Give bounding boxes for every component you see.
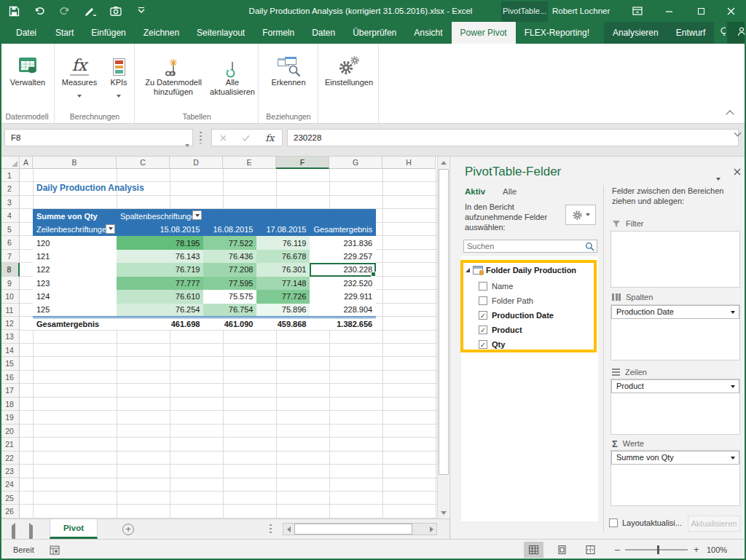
ink-mode-icon[interactable]	[84, 4, 97, 17]
insert-function-icon[interactable]: fx	[265, 133, 274, 143]
unchecked-checkbox[interactable]	[479, 282, 487, 291]
col-header-h[interactable]: H	[382, 157, 436, 169]
pivot-value-cell[interactable]: 76.436	[203, 250, 256, 263]
select-all-corner[interactable]	[0, 157, 20, 169]
sheet-nav-right-icon[interactable]	[29, 526, 33, 539]
grand-total-cell[interactable]: Gesamtergebnis	[33, 317, 117, 330]
pane-close-icon[interactable]	[731, 167, 743, 178]
pivot-value-cell[interactable]: 76.119	[256, 236, 310, 249]
zoom-slider[interactable]	[625, 549, 688, 551]
tab-analysieren[interactable]: Analysieren	[604, 22, 667, 44]
share-button[interactable]: Freigeben	[727, 22, 746, 44]
pivot-value-cell[interactable]: 77.595	[203, 277, 256, 290]
sheet-nav-left-icon[interactable]	[12, 526, 15, 539]
row-header-13[interactable]: 13	[0, 330, 20, 343]
pivot-total-cell[interactable]: 232.520	[310, 277, 376, 290]
row-header-8[interactable]: 8	[0, 263, 20, 276]
row-header-25[interactable]: 25	[0, 492, 20, 505]
zoom-percentage[interactable]: 100%	[707, 540, 727, 560]
tell-me-box[interactable]: Sie wünsch	[714, 22, 726, 44]
column-filter-dropdown-icon[interactable]	[192, 210, 202, 220]
verwalten-button[interactable]: Verwalten	[6, 48, 50, 87]
checked-checkbox[interactable]: ✓	[479, 340, 487, 349]
tab-entwurf[interactable]: Entwurf	[667, 22, 715, 44]
undo-icon[interactable]	[33, 4, 46, 17]
tab-daten[interactable]: Daten	[303, 22, 344, 44]
row-header-21[interactable]: 21	[0, 438, 20, 451]
filter-drop-zone[interactable]	[610, 231, 740, 288]
rows-drop-zone[interactable]: Product	[610, 379, 740, 435]
tab-einfuegen[interactable]: Einfügen	[82, 22, 134, 44]
add-to-data-model-button[interactable]: Zu Datenmodell hinzufügen	[140, 48, 207, 97]
defer-layout-checkbox[interactable]	[609, 518, 618, 527]
col-header-e[interactable]: E	[223, 157, 276, 169]
enter-icon[interactable]	[242, 131, 250, 144]
pivot-column-label-cell[interactable]: Spaltenbeschriftungen	[117, 209, 203, 222]
checked-checkbox[interactable]: ✓	[479, 311, 487, 320]
redo-icon[interactable]	[58, 4, 71, 17]
pivot-value-cell[interactable]: 76.719	[117, 263, 203, 276]
row-header-4[interactable]: 4	[0, 209, 20, 222]
scroll-down-icon[interactable]	[438, 507, 449, 518]
pivot-corner-cell[interactable]: Summe von Qty	[33, 209, 117, 222]
zoom-slider-thumb[interactable]	[657, 545, 659, 554]
grand-total-cell[interactable]: 461.090	[203, 317, 256, 330]
add-sheet-icon[interactable]: +	[122, 524, 134, 535]
pivot-row-label[interactable]: 121	[33, 250, 117, 263]
tab-power-pivot[interactable]: Power Pivot	[452, 22, 516, 44]
row-header-16[interactable]: 16	[0, 371, 20, 384]
pivot-value-cell[interactable]: 76.301	[256, 263, 310, 276]
row-header-26[interactable]: 26	[0, 505, 20, 518]
tab-scroll-splitter[interactable]	[270, 524, 272, 535]
row-header-2[interactable]: 2	[0, 182, 20, 195]
chip-dropdown-icon[interactable]	[731, 311, 735, 314]
expand-triangle-icon[interactable]	[466, 268, 470, 272]
col-header-d[interactable]: D	[170, 157, 223, 169]
report-title-cell[interactable]: Daily Production Analysis	[36, 183, 144, 196]
name-box-dropdown-icon[interactable]	[185, 136, 189, 152]
refresh-all-button[interactable]: Alle aktualisieren	[208, 48, 256, 97]
pivot-date-header[interactable]: 17.08.2015	[256, 223, 310, 236]
pivot-row-label[interactable]: 124	[33, 290, 117, 303]
hscroll-right-icon[interactable]	[426, 524, 436, 535]
formula-bar-splitter[interactable]	[200, 132, 202, 143]
signed-in-user[interactable]: Robert Lochner	[552, 0, 610, 22]
col-header-b[interactable]: B	[33, 157, 117, 169]
pivot-value-cell[interactable]: 76.254	[117, 304, 203, 317]
horizontal-scroll-thumb[interactable]	[294, 524, 412, 535]
field-item-production-date[interactable]: ✓Production Date	[479, 309, 554, 321]
pivot-row-label[interactable]: 125	[33, 304, 117, 317]
col-header-a[interactable]: A	[20, 157, 33, 169]
chip-dropdown-icon[interactable]	[731, 385, 735, 388]
tab-zeichnen[interactable]: Zeichnen	[135, 22, 188, 44]
pivot-value-cell[interactable]: 77.208	[203, 263, 256, 276]
pivot-value-cell[interactable]: 77.148	[256, 277, 310, 290]
row-header-14[interactable]: 14	[0, 344, 20, 357]
minimize-icon[interactable]	[653, 0, 685, 22]
tab-formeln[interactable]: Formeln	[254, 22, 303, 44]
cancel-icon[interactable]	[220, 131, 227, 144]
pivot-value-cell[interactable]: 76.678	[256, 250, 310, 263]
pivot-date-header[interactable]: 16.08.2015	[203, 223, 256, 236]
field-item-qty[interactable]: ✓Qty	[479, 339, 505, 350]
measures-button[interactable]: fx Measures	[57, 48, 102, 100]
kpis-button[interactable]: KPIs	[105, 48, 133, 100]
row-header-7[interactable]: 7	[0, 250, 20, 263]
tab-ansicht[interactable]: Ansicht	[405, 22, 451, 44]
col-header-f[interactable]: F	[276, 157, 329, 169]
pivot-total-cell[interactable]: 228.904	[310, 304, 376, 317]
tab-seitenlayout[interactable]: Seitenlayout	[188, 22, 254, 44]
tab-datei[interactable]: Datei	[6, 22, 47, 44]
grand-total-cell[interactable]: 459.868	[256, 317, 310, 330]
defer-layout-update[interactable]: Layoutaktualisi...	[609, 518, 682, 527]
col-header-g[interactable]: G	[329, 157, 382, 169]
camera-icon[interactable]	[109, 4, 122, 17]
row-header-19[interactable]: 19	[0, 411, 20, 424]
macro-record-icon[interactable]	[50, 545, 60, 558]
vertical-scroll-thumb[interactable]	[439, 169, 449, 475]
row-header-15[interactable]: 15	[0, 357, 20, 370]
maximize-icon[interactable]	[685, 0, 717, 22]
pivot-row-label[interactable]: 122	[33, 263, 117, 276]
page-break-view-icon[interactable]	[581, 542, 600, 558]
pane-tab-alle[interactable]: Alle	[503, 187, 517, 196]
